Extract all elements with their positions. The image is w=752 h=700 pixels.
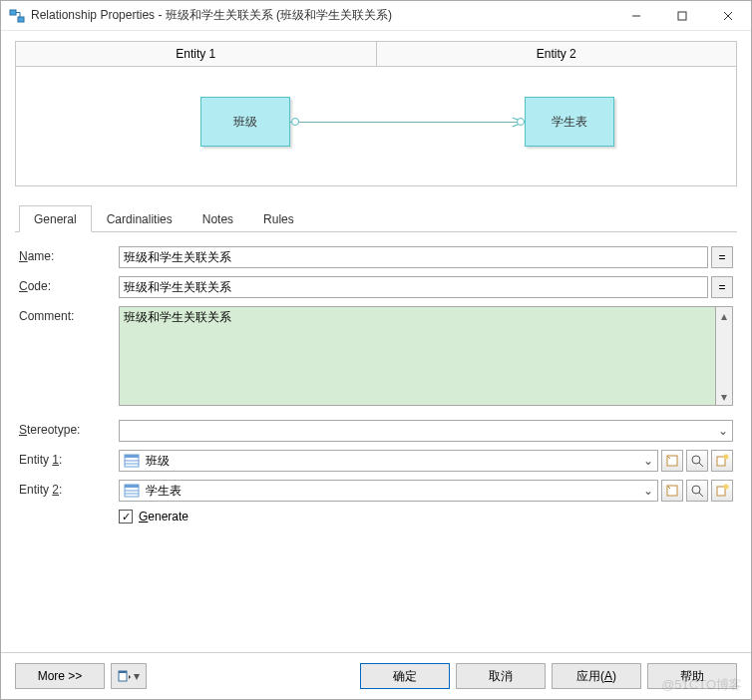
entity2-browse-button[interactable]	[661, 480, 683, 502]
entity1-new-button[interactable]	[711, 450, 733, 472]
titlebar: Relationship Properties - 班级和学生关联关系 (班级和…	[1, 1, 751, 31]
entity1-combo[interactable]: 班级 ⌄	[119, 450, 658, 472]
table-icon	[124, 484, 140, 498]
svg-rect-17	[717, 487, 725, 496]
entity1-browse-button[interactable]	[661, 450, 683, 472]
comment-scrollbar[interactable]: ▴ ▾	[716, 306, 733, 406]
svg-point-18	[724, 485, 729, 490]
apply-button[interactable]: 应用(A)	[552, 663, 641, 689]
entity2-label: Entity 2:	[19, 480, 119, 497]
name-sync-button[interactable]: =	[711, 246, 733, 268]
entity1-header[interactable]: Entity 1	[16, 42, 377, 66]
comment-label: Comment:	[19, 306, 119, 323]
tab-cardinalities[interactable]: Cardinalities	[92, 205, 188, 232]
watermark: @51CTO博客	[661, 676, 742, 694]
chevron-down-icon: ⌄	[639, 454, 657, 468]
chevron-down-icon: ⌄	[639, 484, 657, 498]
diagram-port-right	[517, 118, 525, 126]
svg-point-10	[724, 455, 729, 460]
svg-rect-20	[119, 671, 127, 673]
entity2-header[interactable]: Entity 2	[377, 42, 737, 66]
generate-label: Generate	[139, 510, 188, 524]
entity2-new-button[interactable]	[711, 480, 733, 502]
menu-icon	[118, 669, 132, 683]
scroll-up-icon[interactable]: ▴	[716, 307, 732, 324]
code-label: Code:	[19, 276, 119, 293]
stereotype-combo[interactable]: ⌄	[119, 420, 733, 442]
close-button[interactable]	[705, 1, 751, 30]
svg-rect-2	[678, 12, 686, 20]
svg-rect-0	[10, 10, 16, 15]
comment-textarea[interactable]: 班级和学生关联关系	[119, 306, 716, 406]
chevron-down-icon: ⌄	[714, 424, 732, 438]
entity1-props-button[interactable]	[686, 450, 708, 472]
menu-button[interactable]: ▾	[111, 663, 147, 689]
diagram-port-left	[291, 118, 299, 126]
svg-rect-1	[18, 17, 24, 22]
svg-rect-12	[125, 485, 139, 488]
dialog-footer: More >> ▾ 确定 取消 应用(A) 帮助	[1, 652, 751, 699]
code-input[interactable]	[119, 276, 708, 298]
tab-rules[interactable]: Rules	[248, 205, 309, 232]
svg-rect-9	[717, 457, 725, 466]
tab-general[interactable]: General	[19, 205, 92, 232]
window-buttons	[613, 1, 751, 30]
scroll-down-icon[interactable]: ▾	[716, 388, 732, 405]
generate-row: ✓ Generate	[119, 510, 733, 524]
ok-button[interactable]: 确定	[360, 663, 450, 689]
more-button[interactable]: More >>	[15, 663, 105, 689]
name-input[interactable]	[119, 246, 708, 268]
entity2-combo[interactable]: 学生表 ⌄	[119, 480, 658, 502]
general-form: Name: = Code: = Comment: 班级和学生关联关系 ▴ ▾ S…	[15, 232, 737, 527]
window-title: Relationship Properties - 班级和学生关联关系 (班级和…	[31, 7, 613, 24]
tab-notes[interactable]: Notes	[188, 205, 248, 232]
chevron-down-icon: ▾	[134, 669, 140, 683]
minimize-button[interactable]	[613, 1, 659, 30]
table-icon	[124, 454, 140, 468]
entity2-props-button[interactable]	[686, 480, 708, 502]
app-icon	[9, 8, 25, 24]
tab-strip: General Cardinalities Notes Rules	[15, 204, 737, 232]
entity1-label: Entity 1:	[19, 450, 119, 467]
stereotype-label: Stereotype:	[19, 420, 119, 437]
svg-point-8	[692, 456, 700, 464]
svg-rect-4	[125, 455, 139, 458]
entity-header-row: Entity 1 Entity 2	[15, 41, 737, 67]
generate-checkbox[interactable]: ✓	[119, 510, 133, 524]
diagram-line	[290, 122, 525, 123]
svg-point-16	[692, 486, 700, 494]
cancel-button[interactable]: 取消	[456, 663, 546, 689]
name-label: Name:	[19, 246, 119, 263]
maximize-button[interactable]	[659, 1, 705, 30]
code-sync-button[interactable]: =	[711, 276, 733, 298]
diagram-entity-left[interactable]: 班级	[200, 97, 290, 147]
diagram-entity-right[interactable]: 学生表	[525, 97, 614, 147]
relationship-diagram: 班级 学生表	[15, 67, 737, 186]
